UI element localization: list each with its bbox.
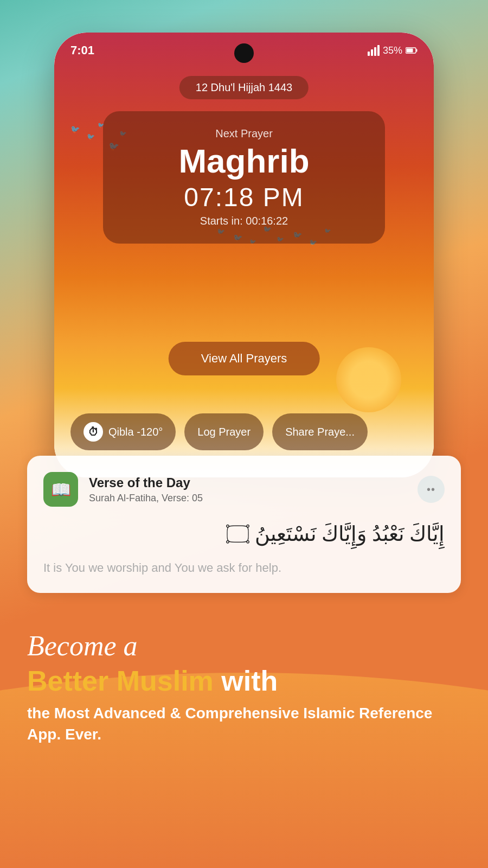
tagline-subtitle: the Most Advanced & Comprehensive Islami… — [27, 703, 461, 745]
verse-subtitle: Surah Al-Fatiha, Verse: 05 — [89, 493, 203, 504]
signal-bar-3 — [374, 47, 376, 56]
svg-rect-1 — [407, 49, 413, 53]
date-text: 12 Dhu'l Hijjah 1443 — [196, 81, 292, 93]
verse-card-info: Verse of the Day Surah Al-Fatiha, Verse:… — [89, 475, 203, 504]
compass-icon: ⏱ — [84, 422, 103, 442]
phone-frame: 7:01 35% 🐦 🐦 — [54, 33, 434, 477]
signal-bar-1 — [368, 52, 370, 56]
quran-icon-symbol: 📖 — [51, 480, 71, 499]
verse-translation: It is You we worship and You we ask for … — [43, 559, 445, 577]
share-prayer-label: Share Praye... — [285, 426, 355, 438]
with-text: with — [221, 665, 278, 697]
prayer-name: Maghrib — [130, 143, 358, 180]
verse-card: 📖 Verse of the Day Surah Al-Fatiha, Vers… — [27, 456, 461, 593]
better-muslim-line: Better Muslim with — [27, 666, 461, 697]
date-pill: 12 Dhu'l Hijjah 1443 — [179, 76, 309, 99]
view-all-prayers-button[interactable]: View All Prayers — [169, 342, 320, 375]
signal-bar-2 — [371, 49, 373, 56]
tagline-section: Become a Better Muslim with the Most Adv… — [27, 629, 461, 745]
prayer-card: Next Prayer Maghrib 07:18 PM Starts in: … — [103, 111, 385, 244]
share-prayer-button[interactable]: Share Praye... — [272, 413, 368, 450]
view-all-prayers-label: View All Prayers — [201, 352, 287, 365]
log-prayer-label: Log Prayer — [197, 426, 251, 438]
battery-icon — [406, 47, 418, 54]
quran-icon: 📖 — [43, 472, 78, 507]
arabic-verse-text: إِيَّاكَ نَعْبُدُ وَإِيَّاكَ نَسْتَعِينُ… — [43, 518, 445, 551]
more-dots-icon: •• — [427, 483, 435, 496]
camera-notch — [234, 43, 254, 63]
signal-icon — [368, 45, 380, 56]
become-a-text: Become a — [27, 629, 461, 663]
verse-card-left: 📖 Verse of the Day Surah Al-Fatiha, Vers… — [43, 472, 203, 507]
prayer-time: 07:18 PM — [130, 182, 358, 212]
verse-more-button[interactable]: •• — [418, 476, 445, 503]
qibla-label: Qibla -120° — [108, 426, 163, 438]
phone-screen: 7:01 35% 🐦 🐦 — [54, 33, 434, 477]
action-buttons-row: ⏱ Qibla -120° Log Prayer Share Praye... — [54, 413, 434, 450]
verse-card-header: 📖 Verse of the Day Surah Al-Fatiha, Vers… — [43, 472, 445, 507]
log-prayer-button[interactable]: Log Prayer — [184, 413, 264, 450]
status-time: 7:01 — [70, 43, 94, 58]
qibla-button[interactable]: ⏱ Qibla -120° — [70, 413, 176, 450]
sun-decoration — [336, 347, 401, 412]
battery-percent: 35% — [383, 45, 402, 56]
starts-in: Starts in: 00:16:22 — [130, 215, 358, 227]
compass-needle: ⏱ — [88, 426, 99, 438]
better-muslim-text: Better Muslim — [27, 665, 214, 697]
verse-title: Verse of the Day — [89, 475, 203, 490]
next-prayer-label: Next Prayer — [130, 127, 358, 140]
signal-bar-4 — [377, 45, 380, 56]
svg-rect-2 — [416, 49, 418, 52]
status-right: 35% — [368, 45, 418, 56]
